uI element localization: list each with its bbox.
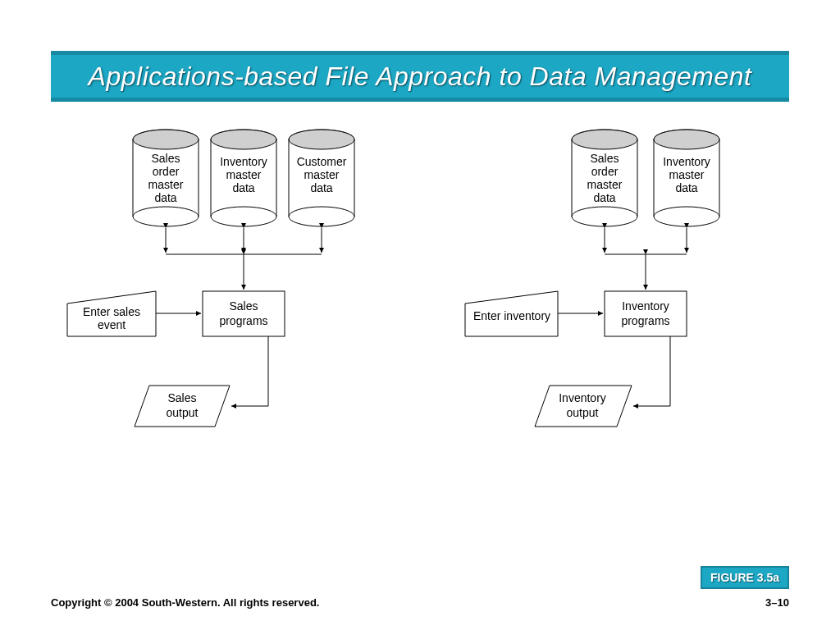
- svg-point-37: [654, 207, 719, 226]
- cylinder-sales-order-master-r: Sales order master data: [572, 130, 637, 226]
- page-number: 3–10: [765, 596, 789, 609]
- svg-point-31: [572, 207, 637, 226]
- output-inventory-output: Inventory output: [535, 386, 632, 427]
- cyl-label: master: [304, 168, 340, 181]
- input-enter-sales-event: Enter sales event: [67, 291, 156, 336]
- output-label: Inventory: [559, 391, 606, 404]
- cyl-label: master: [587, 178, 623, 191]
- cyl-label: data: [675, 181, 697, 194]
- cyl-label: Customer: [297, 155, 347, 168]
- output-sales-output: Sales output: [135, 386, 230, 427]
- input-enter-inventory: Enter inventory: [465, 291, 558, 336]
- cyl-label: Sales: [590, 152, 619, 165]
- copyright-text: Copyright © 2004 South-Western. All righ…: [51, 596, 319, 609]
- cyl-label: order: [153, 165, 180, 178]
- process-label: Sales: [229, 299, 258, 313]
- svg-point-16: [289, 207, 354, 226]
- process-label: programs: [621, 314, 669, 327]
- svg-point-17: [289, 130, 354, 149]
- input-label: event: [98, 318, 126, 331]
- diagram-svg: Sales order master data Inventory master…: [51, 123, 789, 550]
- svg-point-5: [133, 130, 199, 149]
- slide-title-bar: Applications-based File Approach to Data…: [51, 51, 789, 102]
- cyl-label: master: [226, 168, 262, 181]
- cyl-label: data: [593, 191, 615, 204]
- cyl-label: order: [591, 165, 619, 178]
- process-label: programs: [219, 314, 267, 327]
- input-label: Enter inventory: [473, 309, 550, 322]
- left-group: Sales order master data Inventory master…: [67, 130, 354, 427]
- output-label: output: [567, 406, 599, 419]
- cylinder-inventory-master-r: Inventory master data: [654, 130, 719, 226]
- cylinder-inventory-master: Inventory master data: [211, 130, 276, 226]
- cylinder-customer-master: Customer master data: [289, 130, 354, 226]
- diagram-area: Sales order master data Inventory master…: [51, 123, 789, 550]
- cylinder-sales-order-master: Sales order master data: [133, 130, 199, 226]
- right-group: Sales order master data Inventory master…: [465, 130, 719, 427]
- cyl-label: Sales: [151, 152, 180, 165]
- slide-title: Applications-based File Approach to Data…: [89, 62, 752, 92]
- process-label: Inventory: [622, 299, 669, 313]
- figure-badge: FIGURE 3.5a: [701, 566, 789, 589]
- cyl-label: data: [310, 181, 332, 194]
- process-inventory-programs: Inventory programs: [605, 291, 687, 336]
- output-label: Sales: [167, 391, 196, 404]
- svg-point-10: [211, 207, 276, 226]
- svg-point-11: [211, 130, 276, 149]
- svg-point-32: [572, 130, 637, 149]
- cyl-label: master: [148, 178, 184, 191]
- input-label: Enter sales: [83, 305, 140, 318]
- output-label: output: [167, 406, 199, 419]
- process-sales-programs: Sales programs: [203, 291, 285, 336]
- svg-point-4: [133, 207, 199, 226]
- cyl-label: data: [232, 181, 254, 194]
- cyl-label: data: [154, 191, 176, 204]
- cyl-label: Inventory: [220, 155, 267, 168]
- cyl-label: Inventory: [663, 155, 710, 168]
- cyl-label: master: [669, 168, 705, 181]
- slide: Applications-based File Approach to Data…: [0, 0, 840, 630]
- svg-point-38: [654, 130, 719, 149]
